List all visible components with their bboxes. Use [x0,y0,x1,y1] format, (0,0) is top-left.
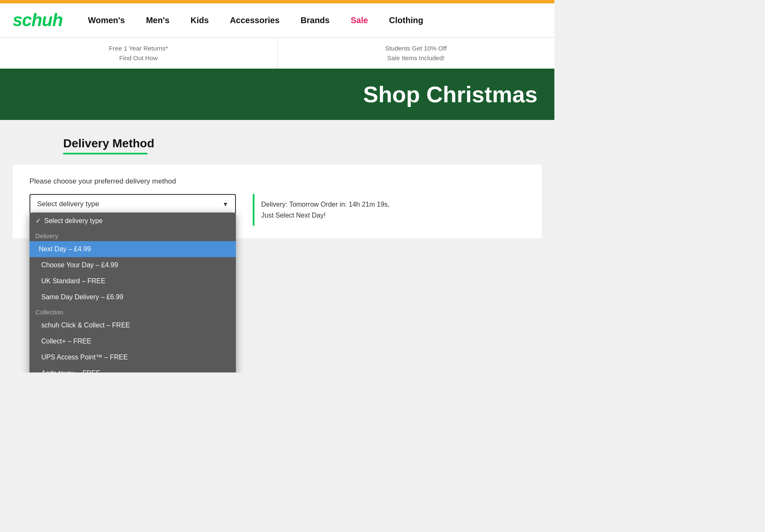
dropdown-item-ups[interactable]: UPS Access Point™ – FREE [29,349,236,365]
dropdown-item-choose-day[interactable]: Choose Your Day – £4.99 [29,257,236,273]
delivery-section: Delivery Method Please choose your prefe… [13,137,542,238]
nav-item-kids[interactable]: Kids [190,16,209,25]
info-bar-students-line2: Sale Items Included! [286,53,546,63]
main-nav: Women's Men's Kids Accessories Brands Sa… [88,16,542,25]
top-orange-bar [0,0,554,3]
info-bar-returns[interactable]: Free 1 Year Returns* Find Out How [0,38,278,69]
delivery-type-select[interactable]: Select delivery type ▼ [29,194,236,214]
info-bar-returns-line1: Free 1 Year Returns* [8,44,269,53]
info-bar-students[interactable]: Students Get 10% Off Sale Items Included… [278,38,555,69]
nav-item-sale[interactable]: Sale [350,16,368,25]
info-bar-students-line1: Students Get 10% Off [286,44,546,53]
main-content: Delivery Method Please choose your prefe… [0,120,554,372]
delivery-info-line1: Delivery: Tomorrow Order in: 14h 21m 19s… [261,201,390,208]
delivery-info-box: Delivery: Tomorrow Order in: 14h 21m 19s… [253,194,525,226]
delivery-card: Please choose your preferred delivery me… [13,165,542,238]
nav-item-brands[interactable]: Brands [301,16,330,25]
dropdown-selected-header: ✓ Select delivery type [29,213,236,229]
delivery-type-dropdown-container: Select delivery type ▼ ✓ Select delivery… [29,194,236,214]
info-bar-returns-line2: Find Out How [8,53,269,63]
delivery-subtitle: Please choose your preferred delivery me… [29,177,525,186]
nav-item-mens[interactable]: Men's [146,16,169,25]
dropdown-item-same-day[interactable]: Same Day Delivery – £6.99 [29,289,236,305]
select-trigger-text: Select delivery type [37,200,99,208]
section-title-underline [63,153,147,154]
banner-title: Shop Christmas [363,81,538,107]
section-title: Delivery Method [13,137,542,150]
dropdown-item-click-collect[interactable]: schuh Click & Collect – FREE [29,317,236,333]
nav-item-accessories[interactable]: Accessories [230,16,280,25]
logo[interactable]: schuh [13,10,63,30]
info-bar: Free 1 Year Returns* Find Out How Studen… [0,37,554,69]
dropdown-group-collection: Collection [29,305,236,317]
chevron-down-icon: ▼ [222,201,228,207]
dropdown-selected-label: Select delivery type [44,217,103,225]
delivery-dropdown-menu: ✓ Select delivery type Delivery Next Day… [29,213,236,372]
header: schuh Women's Men's Kids Accessories Bra… [0,3,554,37]
green-banner: Shop Christmas [0,69,554,120]
delivery-info-line2: Just Select Next Day! [261,212,326,219]
checkmark-icon: ✓ [35,217,41,225]
delivery-row: Select delivery type ▼ ✓ Select delivery… [29,194,525,226]
dropdown-item-next-day[interactable]: Next Day – £4.99 [29,241,236,257]
dropdown-item-collect-plus[interactable]: Collect+ – FREE [29,333,236,349]
nav-item-clothing[interactable]: Clothing [389,16,423,25]
nav-item-womens[interactable]: Women's [88,16,125,25]
dropdown-item-uk-standard[interactable]: UK Standard – FREE [29,273,236,289]
dropdown-item-asda[interactable]: Asda toyou – FREE [29,365,236,372]
dropdown-group-delivery: Delivery [29,229,236,241]
